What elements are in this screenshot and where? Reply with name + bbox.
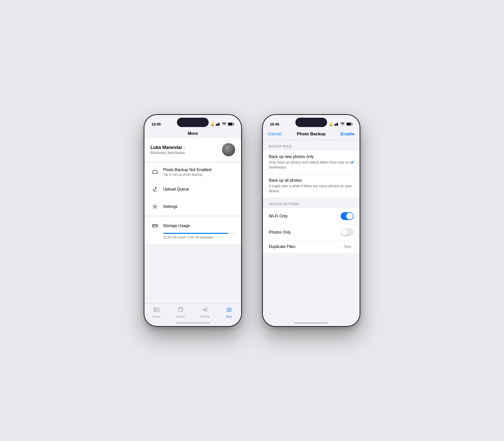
home-indicator-1: [176, 322, 210, 324]
user-subtitle: Blackvoid_BeeStation: [150, 151, 185, 155]
battery-icon-2: [346, 122, 353, 126]
gear-icon: [150, 202, 160, 211]
backup-all-title: Back up all photos: [269, 178, 354, 183]
svg-rect-23: [334, 124, 335, 126]
bell-icon: 🔔: [210, 122, 214, 126]
svg-point-16: [206, 308, 207, 309]
check-mark-new: ✓: [351, 160, 355, 165]
enable-button[interactable]: Enable: [340, 132, 355, 137]
wifi-icon-2: [340, 122, 345, 126]
duplicate-files-row[interactable]: Duplicate Files Skip ›: [263, 240, 360, 253]
tab-photos-label: Photos: [152, 315, 160, 318]
status-time-2: 10:45: [270, 122, 279, 126]
svg-rect-0: [216, 124, 217, 126]
svg-line-18: [205, 309, 206, 309]
wifi-only-label: Wi-Fi Only: [269, 214, 288, 218]
more-nav: More: [144, 129, 241, 138]
upload-settings-label: UPLOAD SETTINGS: [269, 202, 299, 206]
photo-backup-title: Photo Backup: [297, 132, 326, 137]
svg-rect-12: [154, 308, 159, 312]
menu-item-upload-queue[interactable]: Upload Queue: [144, 181, 241, 198]
photo-backup-subtitle: Tap to set up photo backup: [163, 173, 211, 176]
upload-settings: Wi-Fi Only Photos Only Duplicate Files S…: [263, 208, 360, 253]
user-section[interactable]: Luka Manestar Blackvoid_BeeStation: [144, 138, 241, 161]
signal-icon-2: [334, 122, 339, 126]
user-info: Luka Manestar Blackvoid_BeeStation: [150, 145, 185, 155]
backup-rule-header: BACKUP RULE: [263, 140, 360, 150]
tab-more-label: More: [226, 315, 232, 318]
svg-rect-2: [218, 123, 219, 126]
svg-rect-27: [347, 123, 351, 125]
svg-rect-24: [336, 123, 337, 126]
upload-settings-header: UPLOAD SETTINGS: [263, 198, 360, 208]
storage-detail: 31,55 GB used I 3,45 TB available: [163, 235, 235, 239]
upload-queue-text: Upload Queue: [163, 187, 189, 192]
sharing-tab-icon: [202, 307, 208, 314]
svg-rect-25: [337, 123, 338, 126]
photo-backup-nav: Cancel Photo Backup Enable: [263, 129, 360, 140]
more-title: More: [188, 131, 198, 136]
upload-queue-title: Upload Queue: [163, 187, 189, 192]
screen-2: 10:45 🔔: [263, 115, 360, 326]
svg-point-13: [155, 309, 156, 310]
backup-all-subtitle: It might take a while if there are many …: [269, 184, 354, 194]
settings-text: Settings: [163, 204, 178, 209]
signal-icon: [216, 122, 220, 126]
avatar-image: [222, 143, 235, 156]
bell-icon-2: 🔔: [329, 122, 333, 126]
tab-albums[interactable]: Albums: [169, 307, 193, 318]
wifi-only-toggle[interactable]: [341, 212, 354, 220]
svg-rect-11: [153, 227, 153, 227]
wifi-icon: [222, 122, 226, 126]
svg-rect-28: [352, 123, 353, 125]
svg-rect-1: [217, 123, 218, 126]
svg-rect-4: [228, 123, 232, 125]
status-icons-1: 🔔: [210, 122, 234, 126]
svg-rect-14: [178, 308, 182, 311]
wifi-only-row: Wi-Fi Only: [263, 208, 360, 224]
photo-backup-text: Photo Backup Not Enabled Tap to set up p…: [163, 168, 211, 176]
storage-progress-fill: [163, 233, 228, 234]
duplicate-files-label: Duplicate Files: [269, 244, 295, 249]
backup-rule-label: BACKUP RULE: [269, 145, 292, 148]
svg-rect-5: [233, 123, 234, 125]
home-indicator-2: [294, 322, 328, 324]
tab-sharing[interactable]: Sharing: [193, 307, 217, 318]
photo-backup-title: Photo Backup Not Enabled: [163, 168, 211, 172]
storage-icon: [150, 221, 160, 230]
tab-albums-label: Albums: [176, 315, 185, 318]
duplicate-files-value-text: Skip: [343, 244, 351, 249]
backup-new-title: Back up new photos only: [269, 154, 354, 159]
tab-sharing-label: Sharing: [201, 315, 209, 318]
backup-option-all[interactable]: Back up all photos It might take a while…: [263, 174, 360, 198]
tab-more[interactable]: More: [217, 307, 241, 318]
status-time-1: 10:45: [151, 122, 161, 126]
duplicate-files-value[interactable]: Skip ›: [343, 244, 354, 249]
svg-line-19: [205, 310, 206, 311]
storage-section[interactable]: Storage Usage 31,55 GB used I 3,45 TB av…: [144, 217, 241, 244]
status-icons-2: 🔔: [329, 122, 353, 126]
cancel-button[interactable]: Cancel: [268, 132, 281, 137]
avatar: [222, 143, 235, 156]
menu-list: Photo Backup Not Enabled Tap to set up p…: [144, 163, 241, 215]
photos-only-toggle[interactable]: [341, 228, 354, 236]
upload-icon: [150, 185, 160, 194]
screen-1: 10:45 🔔: [144, 115, 241, 326]
photos-only-row: Photos Only: [263, 224, 360, 240]
photos-only-label: Photos Only: [269, 230, 291, 235]
menu-item-settings[interactable]: Settings: [144, 198, 241, 215]
wifi-toggle-knob: [346, 213, 353, 219]
svg-point-9: [154, 206, 156, 207]
tab-photos[interactable]: Photos: [144, 307, 169, 318]
chevron-right-icon: ›: [352, 245, 354, 249]
menu-item-photo-backup[interactable]: Photo Backup Not Enabled Tap to set up p…: [144, 163, 241, 181]
photos-toggle-knob: [341, 229, 348, 236]
albums-tab-icon: [178, 307, 184, 314]
backup-option-new[interactable]: Back up new photos only Only back up pho…: [263, 150, 360, 174]
user-name: Luka Manestar: [150, 145, 185, 150]
phone-2: 10:45 🔔: [262, 114, 360, 327]
battery-icon: [228, 122, 234, 126]
dynamic-island-2: [295, 118, 327, 127]
more-tab-icon: [226, 307, 232, 314]
cloud-icon: [150, 167, 160, 176]
